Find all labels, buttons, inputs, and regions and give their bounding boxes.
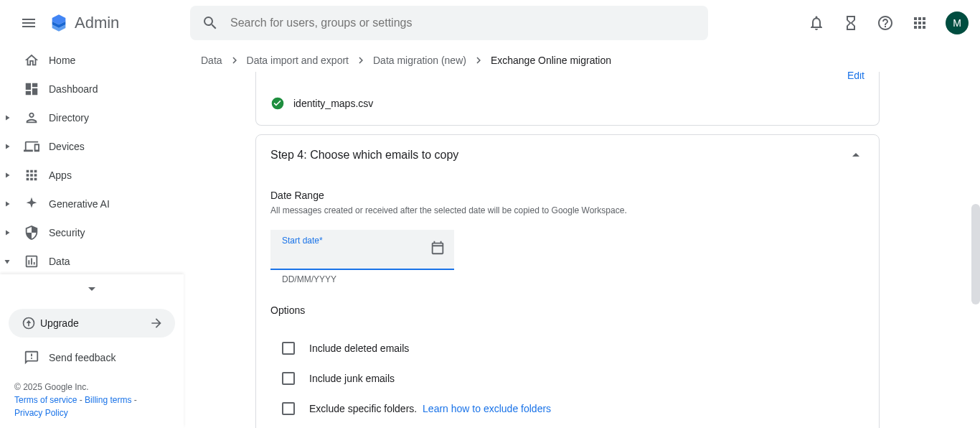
exclude-folders-label: Exclude specific folders. Learn how to e… — [309, 403, 551, 414]
start-date-input[interactable]: Start date* — [270, 230, 454, 270]
start-date-floating-label: Start date* — [282, 236, 323, 246]
sidebar-expand-toggle[interactable] — [0, 274, 184, 303]
shield-icon — [24, 225, 39, 241]
data-icon — [24, 253, 39, 269]
sidebar: Home Dashboard Directory Devices Apps — [0, 46, 184, 428]
devices-icon — [24, 139, 39, 154]
hourglass-icon — [842, 14, 859, 32]
chevron-right-icon — [3, 113, 11, 122]
tasks-button[interactable] — [837, 9, 865, 37]
sidebar-item-home[interactable]: Home — [0, 46, 184, 75]
sidebar-item-devices[interactable]: Devices — [0, 132, 184, 161]
logo-text: Admin — [75, 14, 119, 32]
admin-logo-icon — [49, 13, 69, 33]
apps-launcher-button[interactable] — [905, 9, 934, 37]
feedback-label: Send feedback — [49, 352, 116, 363]
option-junk-row: Include junk emails — [270, 363, 864, 394]
nav-label: Data — [49, 256, 70, 267]
help-icon — [877, 14, 894, 32]
date-range-label: Date Range — [270, 190, 864, 201]
sidebar-item-security[interactable]: Security — [0, 218, 184, 247]
option-deleted-row: Include deleted emails — [270, 333, 864, 363]
billing-link[interactable]: Billing terms — [85, 395, 131, 405]
option-exclude-row: Exclude specific folders. Learn how to e… — [270, 394, 864, 424]
calendar-icon — [430, 240, 446, 256]
step3-edit-button[interactable]: Edit — [847, 72, 864, 81]
upgrade-button[interactable]: Upgrade — [9, 309, 175, 338]
chevron-right-icon — [3, 200, 11, 208]
file-name: identity_maps.csv — [293, 98, 373, 109]
chevron-down-icon — [83, 280, 100, 297]
chevron-right-icon — [3, 228, 11, 237]
chevron-right-icon — [3, 142, 11, 151]
terms-link[interactable]: Terms of service — [14, 395, 77, 405]
content: Data Data import and export Data migrati… — [184, 46, 980, 428]
collapse-icon[interactable] — [847, 146, 864, 164]
breadcrumb-current: Exchange Online migration — [491, 55, 611, 66]
sidebar-item-dashboard[interactable]: Dashboard — [0, 75, 184, 103]
dashboard-icon — [24, 81, 39, 97]
include-deleted-checkbox[interactable] — [282, 342, 295, 355]
copyright-text: © 2025 Google Inc. — [14, 381, 169, 394]
apps-icon — [24, 167, 39, 183]
options-label: Options — [270, 304, 864, 316]
breadcrumb-data-migration[interactable]: Data migration (new) — [373, 55, 466, 66]
exclude-folders-checkbox[interactable] — [282, 402, 295, 415]
send-feedback-button[interactable]: Send feedback — [0, 343, 184, 372]
privacy-link[interactable]: Privacy Policy — [14, 408, 68, 418]
footer: © 2025 Google Inc. Terms of service - Bi… — [0, 372, 184, 428]
nav-label: Generative AI — [49, 198, 110, 210]
chevron-right-icon — [472, 54, 485, 67]
apps-grid-icon — [911, 14, 928, 32]
main-menu-button[interactable] — [11, 6, 46, 40]
sidebar-item-data[interactable]: Data — [0, 247, 184, 274]
account-avatar[interactable]: M — [946, 11, 969, 34]
arrow-right-icon — [149, 316, 164, 330]
include-deleted-label: Include deleted emails — [309, 343, 409, 354]
calendar-picker-button[interactable] — [430, 240, 446, 259]
nav-label: Directory — [49, 112, 89, 124]
home-icon — [24, 52, 39, 68]
chevron-right-icon — [3, 171, 11, 180]
breadcrumb-data[interactable]: Data — [201, 55, 222, 66]
person-icon — [24, 110, 39, 126]
chevron-right-icon — [354, 54, 367, 67]
include-junk-label: Include junk emails — [309, 373, 395, 384]
upgrade-icon — [22, 316, 36, 330]
sparkle-icon — [24, 196, 39, 212]
nav-label: Devices — [49, 141, 85, 152]
search-bar[interactable] — [190, 6, 708, 40]
help-button[interactable] — [871, 9, 900, 37]
step4-title: Step 4: Choose which emails to copy — [270, 149, 458, 162]
uploaded-file-row: identity_maps.csv — [270, 96, 864, 111]
sidebar-item-generative-ai[interactable]: Generative AI — [0, 190, 184, 218]
chevron-right-icon — [228, 54, 241, 67]
learn-exclude-link[interactable]: Learn how to exclude folders — [423, 403, 551, 414]
nav-label: Apps — [49, 169, 72, 181]
page-scrollbar[interactable] — [971, 204, 980, 304]
step3-card: Step 3: Create a map from Exchange Onlin… — [255, 72, 880, 126]
feedback-icon — [24, 350, 39, 366]
hamburger-icon — [20, 14, 37, 32]
nav-label: Home — [49, 55, 75, 66]
search-icon — [202, 14, 219, 32]
upgrade-label: Upgrade — [40, 317, 149, 329]
sidebar-item-apps[interactable]: Apps — [0, 161, 184, 190]
header: Admin M — [0, 0, 980, 46]
chevron-down-icon — [3, 257, 11, 266]
breadcrumb-import-export[interactable]: Data import and export — [247, 55, 349, 66]
sidebar-item-directory[interactable]: Directory — [0, 103, 184, 132]
bell-icon — [808, 14, 825, 32]
nav-label: Security — [49, 227, 85, 238]
logo[interactable]: Admin — [49, 13, 119, 33]
breadcrumb: Data Data import and export Data migrati… — [184, 49, 980, 72]
date-format-hint: DD/MM/YYYY — [282, 274, 864, 284]
step4-card: Step 4: Choose which emails to copy Date… — [255, 134, 880, 428]
date-range-desc: All messages created or received after t… — [270, 205, 864, 215]
notifications-button[interactable] — [802, 9, 831, 37]
search-input[interactable] — [230, 17, 697, 29]
check-circle-icon — [270, 96, 285, 111]
include-junk-checkbox[interactable] — [282, 372, 295, 385]
nav-label: Dashboard — [49, 83, 98, 95]
header-actions: M — [802, 9, 969, 37]
